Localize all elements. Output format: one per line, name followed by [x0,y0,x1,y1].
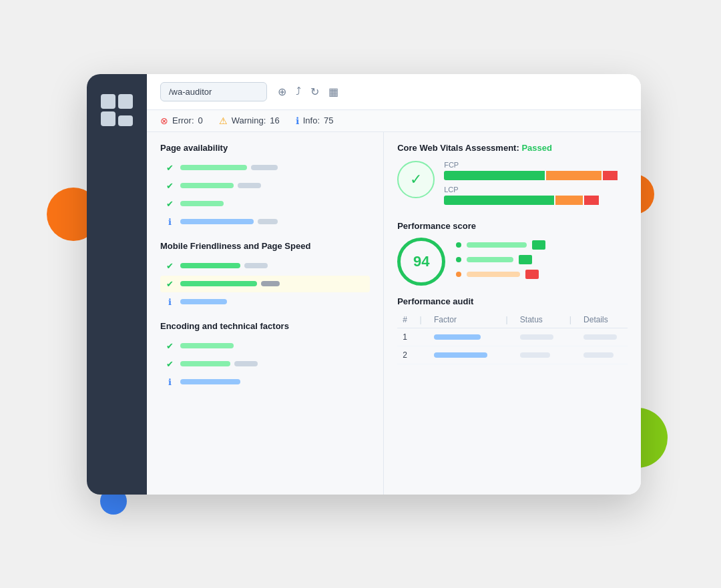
perf-bars [456,240,628,279]
bar-group [180,299,366,304]
warning-count: 16 [270,115,279,125]
info-count: 75 [324,115,333,125]
details-bar-1 [583,334,617,340]
perf-bar-row-3 [456,270,628,279]
score-value: 94 [413,253,429,270]
statusbar: ⊗ Error: 0 ⚠ Warning: 16 ℹ Info: 75 [147,110,641,132]
audit-row: ✔ [160,258,370,274]
left-panel: Page availability ✔ ✔ [147,132,384,495]
col-details: Details [578,312,628,328]
audit-row: ✔ [160,338,370,354]
error-status: ⊗ Error: 0 [160,115,203,126]
factor-bar-1 [434,334,481,340]
check-icon: ✔ [164,163,175,173]
lcp-orange-bar [555,196,583,205]
col-divider-2: | [500,312,514,328]
perf-bar-end-green-2 [519,255,532,264]
section-title-availability: Page availability [160,143,370,153]
fcp-red-bar [603,171,618,180]
perf-bar-row-1 [456,240,628,250]
cwv-check-icon: ✓ [397,161,435,198]
share-icon[interactable]: ⤴ [296,85,301,97]
bar-group [180,219,366,224]
col-divider-1: | [415,312,429,328]
lcp-bar-row: LCP [444,186,628,205]
warning-label: Warning: [232,115,266,125]
divider-cell [415,328,429,346]
logo-block-1 [101,94,115,109]
audit-table: # | Factor | Status | Details 1 [397,312,628,364]
refresh-icon[interactable]: ↻ [310,85,319,98]
audit-table-header: Performance audit [397,296,628,306]
section-title-mobile: Mobile Friendliness and Page Speed [160,241,370,251]
bar-group [180,183,366,188]
row-details-1 [578,328,628,346]
info-icon: ℹ [164,297,175,307]
check-icon: ✔ [164,279,175,289]
scene: ⊕ ⤴ ↻ ▦ ⊗ Error: 0 ⚠ Warning: 16 [60,54,661,535]
bar-secondary [258,219,278,224]
cwv-section: ✓ FCP LCP [397,161,628,210]
lcp-label: LCP [444,186,628,194]
row-status-1 [515,328,564,346]
error-count: 0 [198,115,203,125]
bar-group [180,263,366,268]
topbar-icons: ⊕ ⤴ ↻ ▦ [278,85,338,98]
bar-group [180,165,366,170]
audit-row: ℹ [160,294,370,310]
bar-main-blue [180,219,254,224]
perf-bar-end-red [525,270,539,279]
factor-bar-2 [434,352,487,358]
url-input[interactable] [160,82,267,101]
bar-main-blue [180,299,227,304]
lcp-green-bar [444,196,554,205]
row-factor-1 [429,328,500,346]
divider-cell [500,346,514,364]
bar-main [180,165,247,170]
col-divider-3: | [564,312,578,328]
check-icon: ✔ [164,261,175,271]
warning-status: ⚠ Warning: 16 [219,115,280,126]
status-bar-2 [520,352,550,358]
cwv-status: Passed [521,143,552,153]
bar-group [180,343,366,348]
logo-block-2 [118,94,133,109]
perf-dot-orange [456,272,461,277]
calendar-icon[interactable]: ▦ [328,85,338,98]
audit-row: ✔ [160,196,370,212]
row-num-1: 1 [397,328,414,346]
perf-bar-orange [467,272,520,277]
row-status-2 [515,346,564,364]
fcp-bar-track [444,171,628,180]
check-icon: ✔ [164,181,175,191]
bar-main [180,263,240,268]
bar-group [180,201,366,206]
audit-row-highlighted: ✔ [160,276,370,292]
bar-secondary [251,165,278,170]
table-row: 2 [397,346,628,364]
bar-main [180,281,257,286]
cwv-bars: FCP LCP [444,161,628,210]
info-icon: ℹ [296,115,299,126]
bar-main-blue [180,379,240,384]
audit-row: ✔ [160,160,370,176]
divider-cell [564,346,578,364]
audit-row: ℹ [160,214,370,230]
bar-main [180,201,224,206]
fcp-orange-bar [546,171,601,180]
info-icon: ℹ [164,217,175,227]
bar-main [180,343,234,348]
bar-group [180,379,366,384]
plus-icon[interactable]: ⊕ [278,85,286,98]
info-label: Info: [303,115,320,125]
row-factor-2 [429,346,500,364]
details-bar-2 [583,352,614,358]
score-circle: 94 [397,238,445,286]
divider-cell [564,328,578,346]
status-bar-1 [520,334,553,340]
col-num: # [397,312,414,328]
topbar: ⊕ ⤴ ↻ ▦ [147,74,641,110]
main-card: ⊕ ⤴ ↻ ▦ ⊗ Error: 0 ⚠ Warning: 16 [87,74,641,495]
perf-bar-row-2 [456,255,628,264]
content-area: Page availability ✔ ✔ [147,132,641,495]
